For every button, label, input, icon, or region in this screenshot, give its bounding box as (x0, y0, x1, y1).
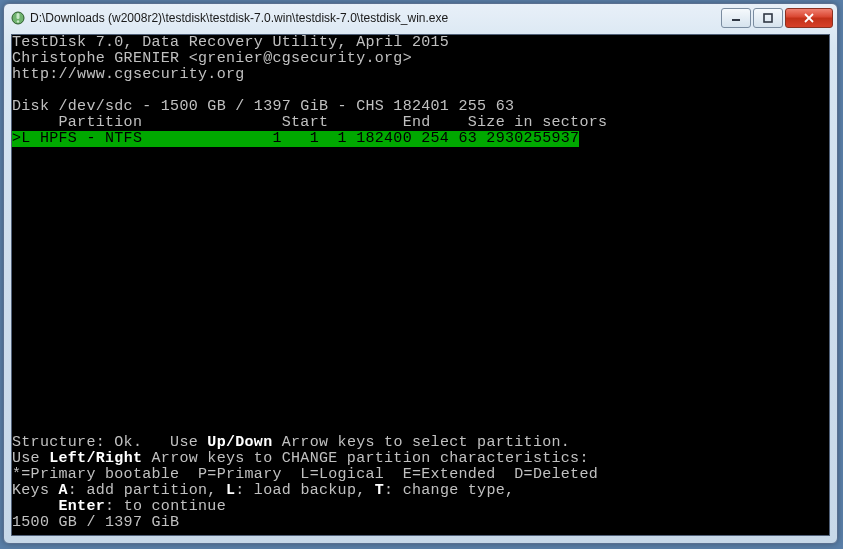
maximize-icon (763, 13, 773, 23)
titlebar[interactable]: D:\Downloads (w2008r2)\testdisk\testdisk… (4, 4, 837, 32)
svg-rect-3 (732, 19, 740, 21)
blank-line (12, 83, 829, 99)
enter-line: Enter: to continue (12, 499, 829, 515)
author-line: Christophe GRENIER <grenier@cgsecurity.o… (12, 51, 829, 67)
minimize-button[interactable] (721, 8, 751, 28)
maximize-button[interactable] (753, 8, 783, 28)
minimize-icon (731, 13, 741, 23)
columns-header: Partition Start End Size in sectors (12, 115, 829, 131)
structure-line: Structure: Ok. Use Up/Down Arrow keys to… (12, 435, 829, 451)
svg-point-2 (17, 20, 19, 22)
window-title: D:\Downloads (w2008r2)\testdisk\testdisk… (30, 11, 719, 25)
disk-info-line: Disk /dev/sdc - 1500 GB / 1397 GiB - CHS… (12, 99, 829, 115)
window-controls (719, 8, 833, 28)
partition-text: >L HPFS - NTFS 1 1 1 182400 254 63 29302… (12, 131, 579, 147)
close-icon (803, 13, 815, 23)
svg-rect-4 (764, 14, 772, 22)
partition-row-selected[interactable]: >L HPFS - NTFS 1 1 1 182400 254 63 29302… (12, 131, 829, 147)
url-line: http://www.cgsecurity.org (12, 67, 829, 83)
app-icon (10, 10, 26, 26)
terminal-content: TestDisk 7.0, Data Recovery Utility, Apr… (12, 35, 829, 531)
app-window: D:\Downloads (w2008r2)\testdisk\testdisk… (3, 3, 838, 544)
close-button[interactable] (785, 8, 833, 28)
keys-line: Keys A: add partition, L: load backup, T… (12, 483, 829, 499)
terminal-area[interactable]: TestDisk 7.0, Data Recovery Utility, Apr… (11, 34, 830, 536)
change-line: Use Left/Right Arrow keys to CHANGE part… (12, 451, 829, 467)
updown-hint: Up/Down (207, 434, 272, 451)
size-line: 1500 GB / 1397 GiB (12, 515, 829, 531)
legend-line: *=Primary bootable P=Primary L=Logical E… (12, 467, 829, 483)
leftright-hint: Left/Right (49, 450, 142, 467)
svg-rect-1 (17, 13, 20, 19)
header-line: TestDisk 7.0, Data Recovery Utility, Apr… (12, 35, 829, 51)
enter-hint: Enter (59, 498, 106, 515)
